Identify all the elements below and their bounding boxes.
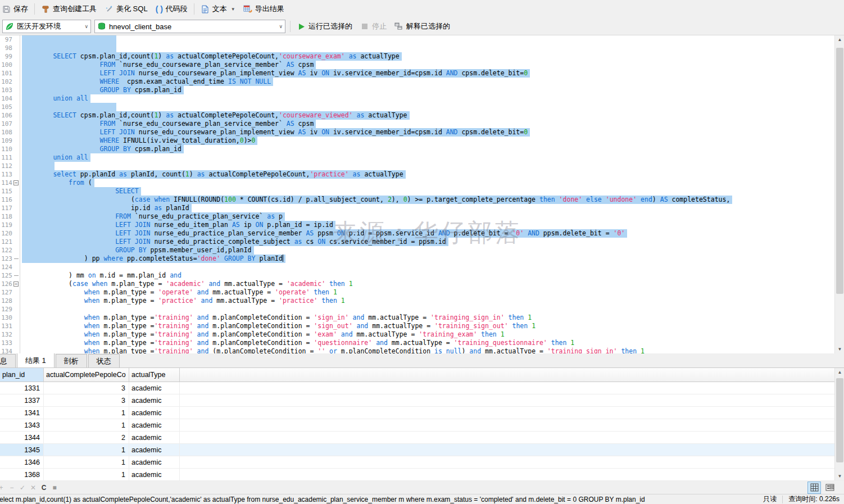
scroll-up-icon[interactable]: ▲ — [835, 35, 844, 44]
code-line[interactable]: 98 — [0, 44, 844, 52]
code-line[interactable]: 134 when m.plan_type ='training' and (m.… — [0, 347, 844, 353]
table-row[interactable]: 13442academic — [0, 432, 844, 444]
table-row[interactable]: 13431academic — [0, 419, 844, 432]
scroll-down-icon[interactable]: ▼ — [835, 472, 844, 480]
code-line[interactable]: 129 — [0, 305, 844, 314]
code-line[interactable]: 110 GROUP BY cpsm.plan_id — [0, 145, 844, 153]
query-builder-button[interactable]: 查询创建工具 — [37, 2, 101, 16]
grid-view-button[interactable] — [808, 482, 820, 493]
table-cell[interactable]: 1341 — [0, 407, 44, 419]
column-header-plan-id[interactable]: plan_id — [0, 368, 44, 382]
code-line[interactable]: 122 GROUP BY ppsm.member_user_id,planId — [0, 246, 844, 255]
code-line[interactable]: 130 when m.plan_type ='training' and m.p… — [0, 314, 844, 322]
code-line[interactable]: 116 (case when IFNULL(ROUND(100 * COUNT(… — [0, 196, 844, 204]
run-selected-button[interactable]: 运行已选择的 — [293, 19, 356, 34]
table-row[interactable]: 13373academic — [0, 394, 844, 407]
table-cell[interactable]: 1344 — [0, 432, 44, 443]
table-cell[interactable]: 1337 — [0, 394, 44, 406]
code-line[interactable]: 103 GROUP BY cpsm.plan_id — [0, 86, 844, 94]
fold-collapse-icon[interactable]: − — [13, 180, 19, 185]
code-line[interactable]: 99 SELECT cpsm.plan_id,count(1) as actua… — [0, 52, 844, 61]
table-cell[interactable]: 1346 — [0, 456, 44, 468]
code-line[interactable]: 106 SELECT cpsm.plan_id,count(1) as actu… — [0, 111, 844, 120]
code-line[interactable]: 105 — [0, 103, 844, 111]
table-cell[interactable]: 1345 — [0, 444, 44, 456]
editor-vertical-scrollbar[interactable]: ▲ ▼ — [834, 35, 844, 353]
database-select[interactable]: hnevol_client_base ∨ — [94, 20, 285, 33]
connection-select[interactable]: 医沃开发环境 ∨ — [2, 20, 91, 33]
table-cell[interactable]: 1 — [44, 407, 129, 419]
table-cell[interactable]: 1343 — [0, 419, 44, 431]
code-line[interactable]: 117 ip.id as planId — [0, 204, 844, 212]
code-line[interactable]: 112 — [0, 162, 844, 170]
code-line[interactable]: 101 LEFT JOIN nurse_edu_courseware_plan_… — [0, 69, 844, 78]
code-line[interactable]: 115 SELECT — [0, 187, 844, 196]
code-line[interactable]: 118 FROM `nurse_edu_practice_plan_servic… — [0, 212, 844, 221]
code-line[interactable]: 108 LEFT JOIN nurse_edu_courseware_plan_… — [0, 128, 844, 137]
table-cell[interactable]: academic — [129, 419, 180, 431]
form-view-button[interactable] — [824, 482, 836, 493]
code-line[interactable]: 104 union all — [0, 94, 844, 103]
code-line[interactable]: 121 LEFT JOIN nurse_edu_practice_complet… — [0, 238, 844, 246]
code-line[interactable]: 102 WHERE cpsm.exam_actual_end_time IS N… — [0, 78, 844, 86]
table-cell[interactable]: 3 — [44, 382, 129, 394]
table-cell[interactable]: academic — [129, 444, 180, 456]
code-line[interactable]: 100 FROM `nurse_edu_courseware_plan_serv… — [0, 61, 844, 69]
code-line[interactable]: 133 when m.plan_type ='training' and m.p… — [0, 339, 844, 347]
table-cell[interactable]: academic — [129, 382, 180, 394]
grid-scroll-thumb[interactable] — [836, 378, 843, 462]
table-row[interactable]: 13461academic — [0, 456, 844, 469]
beautify-sql-button[interactable]: 美化 SQL — [101, 2, 152, 16]
tab-result-1[interactable]: 结果 1 — [17, 353, 55, 367]
column-header-actual-type[interactable]: actualType — [129, 368, 180, 382]
table-row[interactable]: 13313academic — [0, 382, 844, 394]
code-line[interactable]: 132 when m.plan_type ='training' and m.p… — [0, 330, 844, 339]
table-cell[interactable]: 1 — [44, 469, 129, 480]
text-view-button[interactable]: 文本 ▼ — [197, 2, 239, 16]
code-line[interactable]: 123 ) pp where pp.completeStatus='done' … — [0, 255, 844, 263]
table-cell[interactable]: 2 — [44, 432, 129, 443]
table-cell[interactable]: 1 — [44, 456, 129, 468]
tab-profile[interactable]: 剖析 — [56, 354, 87, 367]
code-line[interactable]: 125 ) mm on m.id = mm.plan_id and — [0, 271, 844, 280]
code-line[interactable]: 113 select pp.planId as planId, count(1)… — [0, 170, 844, 179]
table-cell[interactable]: academic — [129, 456, 180, 468]
code-line[interactable]: 97 — [0, 35, 844, 44]
table-row[interactable]: 13411academic — [0, 407, 844, 419]
code-line[interactable]: 109 WHERE IFNULL(iv.view_total_duration,… — [0, 137, 844, 145]
table-cell[interactable]: 1368 — [0, 469, 44, 480]
code-line[interactable]: 128 when m.plan_type = 'practice' and mm… — [0, 297, 844, 305]
table-cell[interactable]: 1 — [44, 444, 129, 456]
table-cell[interactable]: 1331 — [0, 382, 44, 394]
code-line[interactable]: 124 — [0, 263, 844, 271]
fold-collapse-icon[interactable]: − — [13, 281, 19, 287]
export-results-button[interactable]: 导出结果 — [239, 2, 288, 16]
column-header-actual-complete[interactable]: actualCompletePepoleCo — [44, 368, 129, 382]
code-line[interactable]: 120 LEFT JOIN nurse_edu_practice_plan_se… — [0, 229, 844, 238]
tab-status[interactable]: 状态 — [88, 354, 120, 367]
editor-scroll-thumb[interactable] — [836, 48, 843, 294]
code-line[interactable]: 119 LEFT JOIN nurse_edu_item_plan AS ip … — [0, 221, 844, 229]
scroll-up-icon[interactable]: ▲ — [835, 368, 844, 376]
code-line[interactable]: 107 FROM `nurse_edu_courseware_plan_serv… — [0, 120, 844, 128]
tab-info[interactable]: 信息 — [0, 354, 16, 367]
code-line[interactable]: 126− (case when m.plan_type = 'academic'… — [0, 280, 844, 288]
grid-vertical-scrollbar[interactable]: ▲ ▼ — [834, 368, 844, 480]
table-row[interactable]: 13451academic — [0, 444, 844, 456]
chevron-down-icon[interactable]: ▼ — [231, 7, 235, 12]
scroll-down-icon[interactable]: ▼ — [835, 345, 844, 353]
table-cell[interactable]: 3 — [44, 394, 129, 406]
table-cell[interactable]: 1 — [44, 419, 129, 431]
code-line[interactable]: 127 when m.plan_type = 'operate' and mm.… — [0, 288, 844, 297]
table-cell[interactable]: academic — [129, 394, 180, 406]
code-snippet-button[interactable]: ( ) 代码段 — [152, 2, 192, 16]
code-line[interactable]: 114− from ( — [0, 179, 844, 187]
code-line[interactable]: 131 when m.plan_type ='training' and m.p… — [0, 322, 844, 330]
table-row[interactable]: 13681academic — [0, 469, 844, 481]
table-cell[interactable]: academic — [129, 407, 180, 419]
sql-editor[interactable]: 979899 SELECT cpsm.plan_id,count(1) as a… — [0, 35, 844, 353]
code-line[interactable]: 111 union all — [0, 153, 844, 162]
refresh-icon[interactable]: C — [39, 484, 48, 492]
table-cell[interactable]: academic — [129, 432, 180, 443]
table-cell[interactable]: academic — [129, 469, 180, 480]
